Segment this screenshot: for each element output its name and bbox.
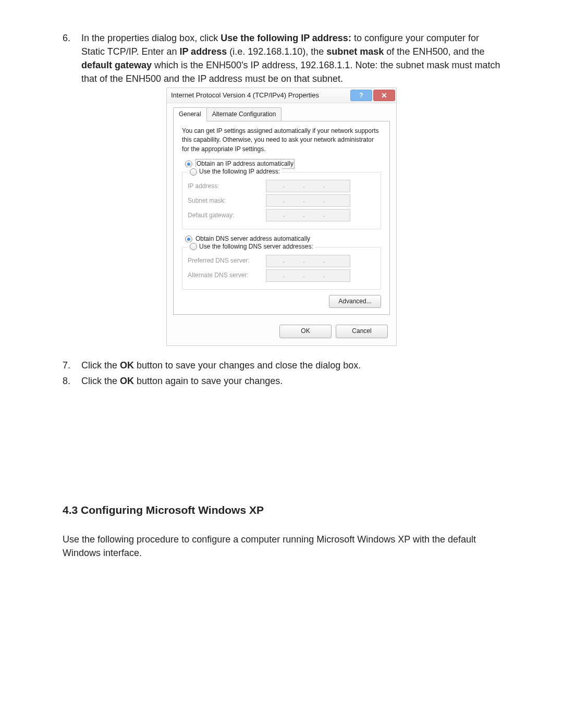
- dialog-titlebar: Internet Protocol Version 4 (TCP/IPv4) P…: [167, 88, 396, 103]
- alternate-dns-label: Alternate DNS server:: [188, 271, 266, 280]
- step-8-number: 8.: [63, 374, 81, 388]
- step-6-text: In the properties dialog box, click Use …: [81, 31, 500, 85]
- preferred-dns-input[interactable]: . . .: [266, 255, 350, 267]
- radio-use-following-dns-label: Use the following DNS server addresses:: [199, 242, 313, 251]
- step-7-text: Click the OK button to save your changes…: [81, 359, 500, 372]
- step-7-number: 7.: [63, 359, 81, 372]
- default-gateway-input[interactable]: . . .: [266, 209, 350, 221]
- dialog-footer: OK Cancel: [167, 322, 396, 345]
- group-use-following-ip: Use the following IP address: IP address…: [182, 172, 381, 229]
- step-8: 8. Click the OK button again to save you…: [63, 374, 500, 388]
- tcpip-properties-dialog: Internet Protocol Version 4 (TCP/IPv4) P…: [166, 88, 397, 346]
- alternate-dns-input[interactable]: . . .: [266, 269, 350, 282]
- step-8-text: Click the OK button again to save your c…: [81, 374, 500, 388]
- dialog-description: You can get IP settings assigned automat…: [182, 127, 381, 154]
- step-7: 7. Click the OK button to save your chan…: [63, 359, 500, 372]
- ip-address-label: IP address:: [188, 182, 266, 191]
- section-heading-4-3: 4.3 Configuring Microsoft Windows XP: [63, 502, 500, 518]
- step-6: 6. In the properties dialog box, click U…: [63, 31, 500, 85]
- dialog-title: Internet Protocol Version 4 (TCP/IPv4) P…: [171, 91, 319, 101]
- radio-use-following-ip[interactable]: [190, 168, 197, 176]
- titlebar-close-button[interactable]: ✕: [373, 90, 395, 101]
- ip-address-input[interactable]: . . .: [266, 180, 350, 192]
- radio-use-following-dns[interactable]: [190, 243, 197, 250]
- preferred-dns-label: Preferred DNS server:: [188, 256, 266, 265]
- radio-obtain-ip-auto[interactable]: [185, 161, 192, 168]
- close-icon: ✕: [381, 90, 387, 101]
- default-gateway-label: Default gateway:: [188, 211, 266, 220]
- ok-button[interactable]: OK: [279, 325, 332, 338]
- tab-panel-general: You can get IP settings assigned automat…: [173, 121, 390, 315]
- tab-general[interactable]: General: [173, 107, 207, 121]
- subnet-mask-label: Subnet mask:: [188, 196, 266, 205]
- help-icon: ?: [359, 91, 363, 100]
- cancel-button[interactable]: Cancel: [336, 325, 388, 338]
- advanced-button[interactable]: Advanced...: [329, 295, 381, 308]
- section-intro: Use the following procedure to configure…: [63, 533, 500, 560]
- subnet-mask-input[interactable]: . . .: [266, 194, 350, 207]
- titlebar-help-button[interactable]: ?: [350, 90, 372, 101]
- tabs: General Alternate Configuration: [167, 103, 396, 121]
- group-use-following-dns: Use the following DNS server addresses: …: [182, 247, 381, 290]
- tab-alternate-configuration[interactable]: Alternate Configuration: [206, 107, 282, 121]
- step-6-number: 6.: [63, 31, 81, 85]
- radio-use-following-ip-label: Use the following IP address:: [199, 167, 280, 176]
